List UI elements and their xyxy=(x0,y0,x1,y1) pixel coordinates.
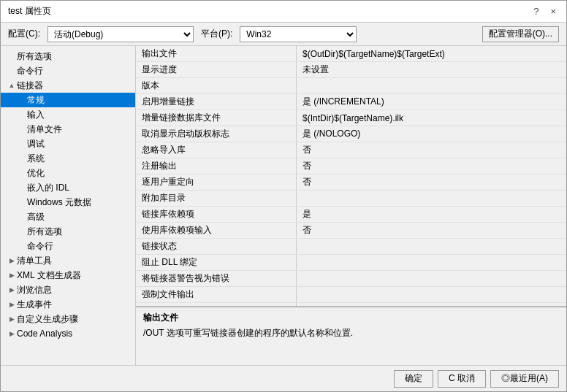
tree-item-label: 生成事件 xyxy=(17,299,52,311)
properties-table: 输出文件$(OutDir)$(TargetName)$(TargetExt)显示… xyxy=(136,46,566,307)
prop-row[interactable]: 版本 xyxy=(136,78,566,94)
prop-name: 阻止 DLL 绑定 xyxy=(136,255,297,270)
tree-item-label: 嵌入的 IDL xyxy=(27,182,69,194)
prop-row[interactable]: 启用增量链接是 (/INCREMENTAL) xyxy=(136,94,566,110)
prop-value xyxy=(297,277,566,280)
prop-row[interactable]: 取消显示启动版权标志是 (/NOLOGO) xyxy=(136,126,566,142)
tree-item-label: 调试 xyxy=(27,138,45,150)
prop-value: 未设置 xyxy=(297,62,566,77)
prop-name: 增量链接数据库文件 xyxy=(136,110,297,126)
tree-item-label: 清单文件 xyxy=(27,123,62,136)
cancel-button[interactable]: C 取消 xyxy=(438,370,486,388)
tree-item-general[interactable]: 常规 xyxy=(1,93,135,107)
tree-item-code-analysis[interactable]: ▶Code Analysis xyxy=(1,326,135,341)
bottom-bar: 确定 C 取消 ◎最近用(A) xyxy=(1,365,566,391)
prop-row[interactable]: 链接库依赖项是 xyxy=(136,207,566,223)
tree-item-label: 高级 xyxy=(27,211,45,223)
prop-value xyxy=(297,197,566,200)
tree-item-system[interactable]: 系统 xyxy=(1,151,135,166)
platform-dropdown[interactable]: Win32 xyxy=(240,26,357,42)
prop-name: 注册输出 xyxy=(136,158,297,174)
prop-value: 是 xyxy=(297,207,566,222)
prop-value xyxy=(297,261,566,264)
prop-value: $(IntDir)$(TargetName).ilk xyxy=(297,112,566,125)
tree-item-manifest-tools[interactable]: ▶清单工具 xyxy=(1,253,135,268)
prop-value xyxy=(297,245,566,248)
platform-label: 平台(P): xyxy=(201,28,232,40)
tree-item-optimize[interactable]: 优化 xyxy=(1,166,135,180)
prop-name: 忽略导入库 xyxy=(136,142,297,158)
prop-row[interactable]: 强制文件输出 xyxy=(136,287,566,303)
prop-row[interactable]: 注册输出否 xyxy=(136,158,566,174)
prop-row[interactable]: 使用库依赖项输入否 xyxy=(136,223,566,239)
prop-value: 否 xyxy=(297,142,566,158)
tree-expand-icon: ▶ xyxy=(7,257,17,264)
tree-item-command-line-2[interactable]: 命令行 xyxy=(1,239,135,253)
tree-item-label: 优化 xyxy=(27,167,45,180)
prop-name: 启用增量链接 xyxy=(136,94,297,109)
tree-item-label: 常规 xyxy=(27,94,45,107)
prop-name: 使用库依赖项输入 xyxy=(136,223,297,238)
config-label: 配置(C): xyxy=(8,28,40,40)
config-manager-button[interactable]: 配置管理器(O)... xyxy=(482,26,559,42)
prop-row[interactable]: 忽略导入库否 xyxy=(136,142,566,158)
prop-name: 附加库目录 xyxy=(136,191,297,206)
tree-expand-icon: ▶ xyxy=(7,286,17,293)
prop-row[interactable]: 附加库目录 xyxy=(136,191,566,207)
tree-item-label: 命令行 xyxy=(27,240,53,253)
prop-value: 否 xyxy=(297,223,566,238)
config-bar: 配置(C): 活动(Debug) 平台(P): Win32 配置管理器(O)..… xyxy=(1,23,566,46)
help-button[interactable]: ? xyxy=(530,6,541,17)
prop-value: 是 (/NOLOGO) xyxy=(297,126,566,142)
prop-row[interactable]: 链接状态 xyxy=(136,239,566,255)
prop-row[interactable]: 显示进度未设置 xyxy=(136,62,566,78)
prop-row[interactable]: 逐用户重定向否 xyxy=(136,174,566,191)
tree-item-label: 系统 xyxy=(27,153,45,165)
tree-item-windows-metadata[interactable]: Windows 元数据 xyxy=(1,195,135,210)
tree-item-label: Code Analysis xyxy=(17,328,72,339)
tree-item-browse-info[interactable]: ▶浏览信息 xyxy=(1,283,135,297)
tree-item-label: XML 文档生成器 xyxy=(17,269,81,282)
tree-item-all-options-1[interactable]: 所有选项 xyxy=(1,49,135,64)
tree-item-debug[interactable]: 调试 xyxy=(1,137,135,151)
right-panel: 输出文件$(OutDir)$(TargetName)$(TargetExt)显示… xyxy=(136,46,566,365)
tree-item-label: 清单工具 xyxy=(17,255,52,267)
tree-item-custom-build[interactable]: ▶自定义生成步骤 xyxy=(1,312,135,326)
tree-expand-icon: ▲ xyxy=(7,82,17,89)
tree-item-label: 自定义生成步骤 xyxy=(17,313,78,326)
prop-name: 取消显示启动版权标志 xyxy=(136,126,297,142)
prop-value: 否 xyxy=(297,174,566,190)
tree-item-manifest-file[interactable]: 清单文件 xyxy=(1,122,135,137)
config-dropdown[interactable]: 活动(Debug) xyxy=(47,26,194,42)
tree-item-command-line-1[interactable]: 命令行 xyxy=(1,64,135,78)
prop-name: 链接库依赖项 xyxy=(136,207,297,222)
prop-name: 将链接器警告视为错误 xyxy=(136,271,297,286)
tree-item-embedded-idl[interactable]: 嵌入的 IDL xyxy=(1,180,135,195)
title-bar-buttons: ? × xyxy=(530,6,559,17)
tree-item-linker[interactable]: ▲链接器 xyxy=(1,78,135,93)
tree-item-all-options-2[interactable]: 所有选项 xyxy=(1,224,135,239)
prop-row[interactable]: 将链接器警告视为错误 xyxy=(136,271,566,287)
description-text: /OUT 选项可重写链接器创建的程序的默认名称和位置. xyxy=(143,327,559,339)
prop-name: 逐用户重定向 xyxy=(136,174,297,190)
prop-value: 是 (/INCREMENTAL) xyxy=(297,94,566,109)
tree-expand-icon: ▶ xyxy=(7,315,17,323)
prop-name: 显示进度 xyxy=(136,62,297,77)
ok-button[interactable]: 确定 xyxy=(394,370,433,388)
tree-item-advanced[interactable]: 高级 xyxy=(1,210,135,224)
prop-row[interactable]: 输出文件$(OutDir)$(TargetName)$(TargetExt) xyxy=(136,46,566,62)
prop-value: $(OutDir)$(TargetName)$(TargetExt) xyxy=(297,47,566,61)
tree-item-build-events[interactable]: ▶生成事件 xyxy=(1,297,135,312)
close-button[interactable]: × xyxy=(547,6,559,17)
tree-item-input[interactable]: 输入 xyxy=(1,107,135,122)
tree-item-label: 所有选项 xyxy=(27,226,62,238)
prop-name: 链接状态 xyxy=(136,239,297,254)
prop-row[interactable]: 阻止 DLL 绑定 xyxy=(136,255,566,271)
apply-button[interactable]: ◎最近用(A) xyxy=(490,370,559,388)
tree-item-xml-doc-gen[interactable]: ▶XML 文档生成器 xyxy=(1,268,135,283)
prop-row[interactable]: 增量链接数据库文件$(IntDir)$(TargetName).ilk xyxy=(136,110,566,126)
prop-value: 否 xyxy=(297,158,566,174)
description-title: 输出文件 xyxy=(143,312,559,324)
prop-name: 版本 xyxy=(136,78,297,93)
tree-expand-icon: ▶ xyxy=(7,330,17,337)
